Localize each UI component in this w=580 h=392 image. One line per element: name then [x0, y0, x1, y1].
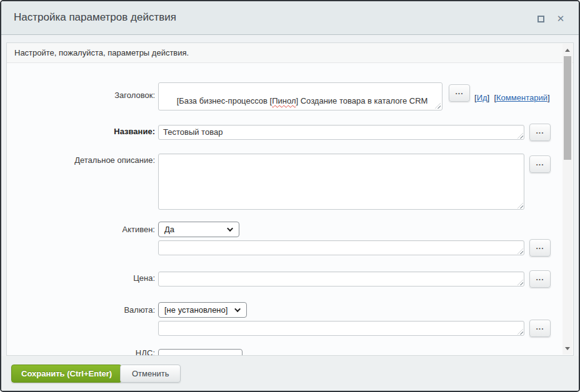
- currency-field-label: Валюта:: [7, 305, 155, 315]
- maximize-icon[interactable]: [535, 13, 546, 24]
- maximize-square: [538, 16, 544, 22]
- title-text-after: ] Создание товара в каталоге CRM: [296, 96, 428, 105]
- currency-expression-input[interactable]: [158, 321, 524, 336]
- bracket: ]: [548, 93, 550, 102]
- triangle-down-icon: [565, 347, 570, 350]
- close-icon[interactable]: ✕: [555, 13, 566, 24]
- comment-link[interactable]: Комментарий: [496, 93, 548, 102]
- active-field-label: Активен:: [7, 225, 155, 234]
- title-field-input[interactable]: [База бизнес-процессов [Пинол] Создание …: [158, 82, 442, 110]
- title-more-button[interactable]: ...: [449, 84, 470, 102]
- title-text-misspelled: Пинол: [272, 96, 296, 105]
- save-button[interactable]: Сохранить (Ctrl+Enter): [11, 365, 122, 383]
- title-field-links: [Ид] [Комментарий]: [474, 92, 550, 104]
- scroll-up-arrow[interactable]: [562, 45, 572, 55]
- vat-select[interactable]: [158, 349, 242, 356]
- name-more-button[interactable]: ...: [529, 124, 551, 141]
- dialog-footer: Сохранить (Ctrl+Enter) Отменить: [1, 356, 579, 391]
- triangle-up-icon: [565, 49, 570, 52]
- currency-more-button[interactable]: ...: [529, 320, 551, 337]
- chevron-down-icon: [234, 306, 241, 312]
- notice-bar: Настройте, пожалуйста, параметры действи…: [7, 43, 573, 63]
- action-settings-dialog: Настройка параметров действия ✕ Настройт…: [0, 0, 580, 392]
- bracket: ]: [488, 93, 490, 102]
- vat-field-label: НДС:: [7, 348, 155, 356]
- price-field-input[interactable]: [158, 272, 524, 287]
- chevron-down-icon: [227, 225, 233, 232]
- active-expression-input[interactable]: [158, 240, 524, 255]
- settings-panel: Настройте, пожалуйста, параметры действи…: [6, 42, 574, 356]
- dialog-title: Настройка параметров действия: [14, 11, 176, 24]
- description-field-input[interactable]: [158, 154, 524, 210]
- resize-grip-icon[interactable]: [435, 103, 441, 109]
- description-more-button[interactable]: ...: [529, 155, 551, 173]
- cancel-button[interactable]: Отменить: [120, 365, 181, 383]
- vertical-scrollbar[interactable]: [562, 44, 572, 355]
- scroll-down-arrow[interactable]: [562, 343, 572, 353]
- currency-select[interactable]: [не установлено]: [158, 302, 247, 318]
- active-more-button[interactable]: ...: [529, 239, 551, 257]
- title-field-label: Заголовок:: [7, 91, 155, 100]
- dialog-titlebar: Настройка параметров действия ✕: [1, 1, 579, 35]
- price-field-label: Цена:: [7, 273, 155, 283]
- price-more-button[interactable]: ...: [529, 270, 551, 288]
- name-field-label: Название:: [7, 127, 155, 136]
- title-text-before: [База бизнес-процессов [: [177, 96, 272, 105]
- id-link[interactable]: Ид: [477, 93, 488, 102]
- scrollbar-thumb[interactable]: [564, 56, 571, 160]
- active-select[interactable]: Да: [158, 222, 239, 237]
- currency-select-value: [не установлено]: [164, 305, 228, 315]
- active-select-value: Да: [164, 225, 174, 234]
- name-field-input[interactable]: Тестовый товар: [158, 125, 524, 140]
- description-field-label: Детальное описание:: [7, 155, 155, 165]
